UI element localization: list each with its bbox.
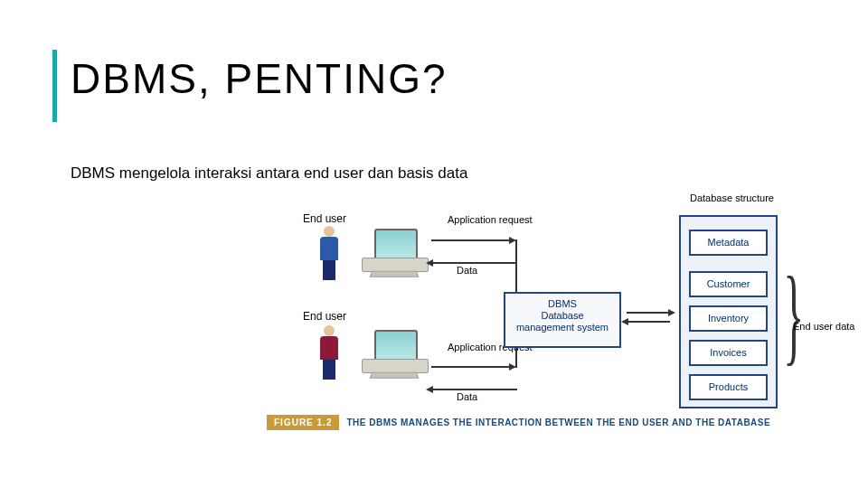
db-item-customer: Customer [689,271,768,297]
slide: DBMS, PENTING? DBMS mengelola interaksi … [0,0,868,488]
arrow-line [515,239,517,292]
database-structure-box: Metadata Customer Inventory Invoices Pro… [679,215,778,408]
arrow-line [627,321,670,323]
slide-subtitle: DBMS mengelola interaksi antara end user… [71,164,467,183]
end-user-bottom-label: End user [303,310,346,323]
arrow-head-icon [426,259,433,267]
accent-bar [52,50,57,122]
arrow-head-icon [668,309,675,316]
db-item-metadata: Metadata [689,230,768,256]
arrow-line [627,312,670,314]
db-item-invoices: Invoices [689,340,768,366]
end-user-data-label: End user data [793,321,838,332]
slide-title: DBMS, PENTING? [71,54,448,103]
db-item-inventory: Inventory [689,305,768,332]
computer-icon [362,229,427,276]
arrow-line [431,366,511,368]
dbms-line: management system [505,322,619,333]
dbms-diagram: End user End user Application request Da… [267,212,809,447]
arrow-label: Data [457,391,477,402]
figure-caption-text: THE DBMS MANAGES THE INTERACTION BETWEEN… [339,415,778,430]
db-structure-label: Database structure [690,192,762,203]
arrow-line [431,389,517,390]
arrow-line [431,262,517,264]
person-icon [314,325,344,380]
figure-number: FIGURE 1.2 [267,415,339,430]
dbms-line: DBMS [505,298,619,310]
arrow-label: Application request [448,214,533,225]
person-icon [314,226,344,280]
brace-icon: } [783,253,804,378]
end-user-top-label: End user [303,212,346,225]
dbms-line: Database [505,310,619,322]
arrow-line [431,239,511,241]
dbms-box: DBMS Database management system [504,292,621,348]
figure-caption: FIGURE 1.2THE DBMS MANAGES THE INTERACTI… [267,413,809,429]
arrow-head-icon [621,318,628,325]
db-item-products: Products [689,374,768,400]
arrow-label: Data [457,265,477,276]
computer-icon [362,330,427,377]
arrow-head-icon [426,386,433,393]
